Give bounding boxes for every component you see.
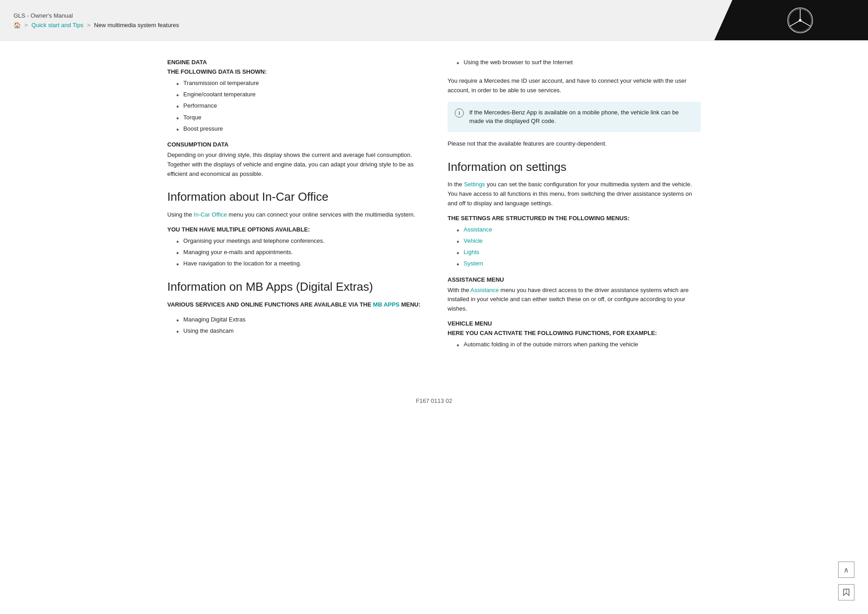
svg-line-3 [790,20,800,26]
settings-structure-title: THE SETTINGS ARE STRUCTURED IN THE FOLLO… [448,215,701,222]
account-text: You require a Mercedes me ID user accoun… [448,76,701,95]
assistance-link[interactable]: Assistance [471,287,499,293]
right-top-list: Using the web browser to surf the Intern… [448,59,701,67]
in-car-office-options: Organising your meetings and telephone c… [167,237,420,269]
list-item: Lights [448,249,701,257]
home-icon[interactable]: 🏠 [14,22,21,28]
list-item: Have navigation to the location for a me… [167,260,420,269]
scroll-down-button[interactable] [838,584,854,600]
options-title: YOU THEN HAVE MULTIPLE OPTIONS AVAILABLE… [167,226,420,233]
consumption-data-section: CONSUMPTION DATA Depending on your drivi… [167,141,420,179]
mercedes-logo [787,7,814,34]
main-content: ENGINE DATA THE FOLLOWING DATA IS SHOWN:… [140,41,728,375]
info-box-text: If the Mercedes-Benz App is available on… [469,108,693,126]
settings-items-list: Assistance Vehicle Lights System [448,226,701,269]
info-box: i If the Mercedes-Benz App is available … [448,102,701,132]
in-car-office-link[interactable]: In-Car Office [194,211,227,218]
scroll-up-button[interactable]: ∧ [838,562,854,578]
vehicle-menu-title: VEHICLE MENU [448,320,701,327]
svg-point-5 [799,19,802,22]
consumption-data-body: Depending on your driving style, this di… [167,151,420,179]
country-note: Please not that the available features a… [448,139,701,149]
assistance-menu-title: ASSISTANCE MENU [448,276,701,283]
list-item: Engine/coolant temperature [167,91,420,99]
vehicle-menu-section: VEHICLE MENU HERE YOU CAN ACTIVATE THE F… [448,320,701,350]
mb-apps-link[interactable]: MB APPS [373,301,400,308]
vehicle-menu-subtitle: HERE YOU CAN ACTIVATE THE FOLLOWING FUNC… [448,330,701,336]
breadcrumb: 🏠 > Quick start and Tips > New multimedi… [14,22,701,28]
mb-apps-services-title: VARIOUS SERVICES AND ONLINE FUNCTIONS AR… [167,300,420,310]
mb-apps-heading: Information on MB Apps (Digital Extras) [167,279,420,295]
mb-apps-section: Information on MB Apps (Digital Extras) … [167,279,420,336]
right-column: Using the web browser to surf the Intern… [448,59,701,357]
engine-data-list: Transmission oil temperature Engine/cool… [167,80,420,134]
settings-link[interactable]: Settings [464,181,485,188]
assistance-menu-body: With the Assistance menu you have direct… [448,286,701,314]
page-header: GLS - Owner's Manual 🏠 > Quick start and… [0,0,868,41]
settings-heading: Information on settings [448,160,701,175]
engine-data-section: ENGINE DATA THE FOLLOWING DATA IS SHOWN:… [167,59,420,134]
list-item: Boost pressure [167,125,420,134]
breadcrumb-current: New multimedia system features [94,22,179,28]
header-left: GLS - Owner's Manual 🏠 > Quick start and… [0,0,714,40]
breadcrumb-link-1[interactable]: Quick start and Tips [32,22,84,28]
left-column: ENGINE DATA THE FOLLOWING DATA IS SHOWN:… [167,59,420,357]
footer-code: F167 0113 02 [416,397,452,404]
list-item: Using the dashcam [167,327,420,336]
settings-intro: In the Settings you can set the basic co… [448,180,701,208]
page-footer: F167 0113 02 [0,388,868,413]
list-item: Torque [167,114,420,123]
list-item: Organising your meetings and telephone c… [167,237,420,246]
list-item: Managing Digital Extras [167,316,420,325]
list-item: System [448,260,701,269]
engine-data-subtitle: THE FOLLOWING DATA IS SHOWN: [167,68,420,75]
bookmark-icon [842,588,850,596]
header-logo-area [714,0,868,40]
in-car-office-section: Information about In-Car Office Using th… [167,189,420,269]
list-item: Managing your e-mails and appointments. [167,249,420,257]
engine-data-title: ENGINE DATA [167,59,420,66]
breadcrumb-sep-1: > [24,22,28,28]
list-item: Transmission oil temperature [167,80,420,88]
list-item: Performance [167,102,420,111]
list-item: Automatic folding in of the outside mirr… [448,341,701,350]
manual-title: GLS - Owner's Manual [14,12,701,19]
assistance-menu-section: ASSISTANCE MENU With the Assistance menu… [448,276,701,314]
list-item: Using the web browser to surf the Intern… [448,59,701,67]
info-icon: i [455,109,464,118]
mb-apps-list: Managing Digital Extras Using the dashca… [167,316,420,336]
consumption-data-title: CONSUMPTION DATA [167,141,420,148]
breadcrumb-sep-2: > [87,22,90,28]
in-car-office-intro: Using the In-Car Office menu you can con… [167,210,420,220]
list-item: Vehicle [448,237,701,246]
in-car-office-heading: Information about In-Car Office [167,189,420,205]
list-item: Assistance [448,226,701,235]
svg-line-4 [800,20,811,26]
vehicle-menu-list: Automatic folding in of the outside mirr… [448,341,701,350]
